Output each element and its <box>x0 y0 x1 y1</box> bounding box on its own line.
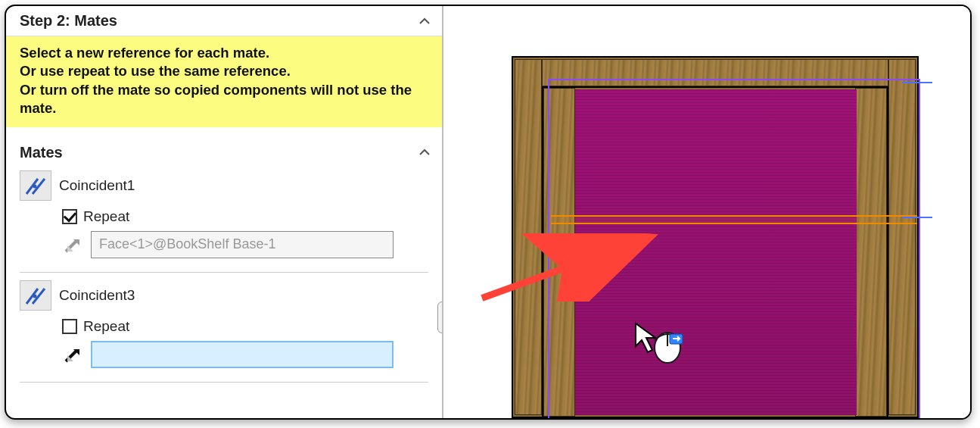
mate-row[interactable]: Coincident1 <box>20 169 428 204</box>
reference-row <box>20 339 428 376</box>
reference-row <box>20 230 428 266</box>
panel-splitter-handle[interactable] <box>437 301 443 333</box>
repeat-checkbox[interactable] <box>62 319 77 334</box>
dimension-guide <box>902 82 932 83</box>
mate-name: Coincident1 <box>59 177 135 194</box>
dimension-guide <box>902 217 932 218</box>
bookshelf-side <box>515 59 542 415</box>
reference-input[interactable] <box>91 231 394 258</box>
reference-input[interactable] <box>91 341 394 368</box>
pick-reference-icon[interactable] <box>62 344 83 365</box>
repeat-row: Repeat <box>20 314 428 339</box>
coincident-mate-icon <box>20 170 51 201</box>
divider <box>20 382 428 383</box>
graphics-viewport[interactable] <box>443 6 970 418</box>
mates-header[interactable]: Mates <box>6 127 442 166</box>
svg-point-2 <box>33 184 37 188</box>
svg-point-5 <box>33 294 37 298</box>
mates-title: Mates <box>20 144 63 161</box>
repeat-checkbox[interactable] <box>62 209 77 224</box>
step2-title: Step 2: Mates <box>20 12 117 30</box>
coincident-mate-icon <box>20 280 51 311</box>
mate-block: Coincident1 Repeat <box>6 166 442 270</box>
divider <box>20 272 428 273</box>
repeat-label: Repeat <box>83 318 129 335</box>
step2-header[interactable]: Step 2: Mates <box>6 6 442 36</box>
mate-row[interactable]: Coincident3 <box>20 279 428 314</box>
repeat-label: Repeat <box>83 208 129 225</box>
bookshelf-model[interactable] <box>512 56 919 418</box>
pick-reference-icon[interactable] <box>62 234 83 255</box>
shelf-highlight[interactable] <box>551 215 917 224</box>
repeat-row: Repeat <box>20 204 428 230</box>
selection-outline <box>548 79 920 418</box>
app-frame: Step 2: Mates Select a new reference for… <box>5 5 972 420</box>
help-text: Select a new reference for each mate. Or… <box>20 45 412 116</box>
property-manager-panel: Step 2: Mates Select a new reference for… <box>6 6 443 418</box>
mate-block: Coincident3 Repeat <box>6 276 442 380</box>
chevron-up-icon <box>418 145 431 159</box>
help-message: Select a new reference for each mate. Or… <box>6 36 442 127</box>
mate-name: Coincident3 <box>59 287 135 304</box>
chevron-up-icon <box>418 14 431 28</box>
